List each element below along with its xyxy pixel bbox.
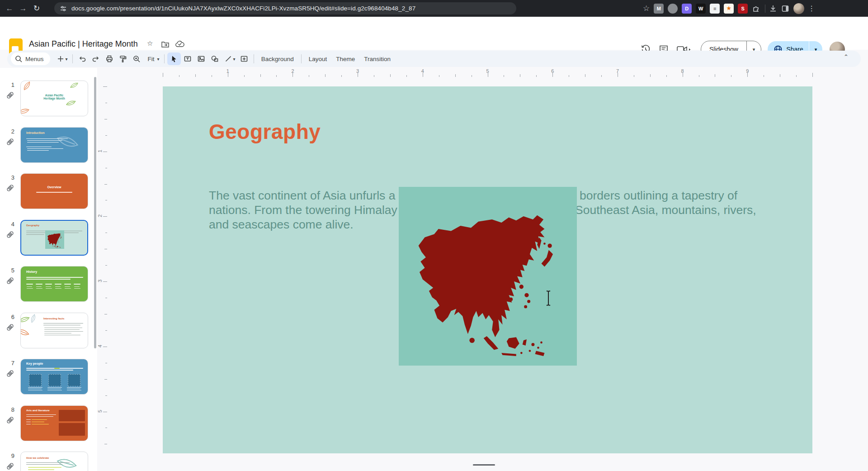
list-extension[interactable]: ≡ <box>710 4 720 14</box>
slide-number: 6 <box>5 314 14 320</box>
ruler-number: 1 <box>226 68 229 74</box>
zoom-dropdown-icon[interactable]: ▾ <box>157 57 160 62</box>
ruler-tick <box>103 152 107 152</box>
browser-reload-icon[interactable]: ↻ <box>30 4 43 13</box>
w-extension[interactable]: W <box>696 4 706 14</box>
ruler-tick <box>104 314 107 314</box>
zoom-button[interactable] <box>130 52 143 65</box>
text-line <box>43 323 83 324</box>
ruler-tick <box>699 75 699 77</box>
horizontal-ruler: 123456789 <box>97 68 868 78</box>
print-button[interactable] <box>103 52 116 65</box>
download-icon[interactable] <box>769 5 777 13</box>
slide-link-indicator <box>6 324 14 333</box>
line-dropdown-icon[interactable]: ▾ <box>233 57 236 62</box>
filmstrip-scrollbar[interactable] <box>94 77 96 348</box>
d-extension[interactable]: D <box>682 4 692 14</box>
slide-filmstrip: 1 Asian Pacific Heritage Month2 Introduc… <box>0 68 97 471</box>
text-line <box>47 390 62 390</box>
side-panel-icon[interactable] <box>781 5 789 13</box>
text-line <box>27 286 32 287</box>
menus-search[interactable]: Menus <box>11 52 50 65</box>
select-tool[interactable] <box>167 52 181 65</box>
ruler-tick <box>406 75 407 77</box>
slide-thumbnail-4[interactable]: Geography <box>20 220 88 256</box>
text-line <box>26 419 31 420</box>
slide-thumbnail-5[interactable]: History <box>20 266 88 302</box>
speaker-notes-handle[interactable] <box>473 464 495 466</box>
slide-title[interactable]: Geography <box>209 119 321 144</box>
paint-format-button[interactable] <box>116 52 130 65</box>
slide-link-indicator <box>6 184 14 194</box>
ruler-number: 5 <box>97 409 103 412</box>
slide-link-indicator <box>6 416 14 426</box>
redo-button[interactable] <box>89 52 103 65</box>
site-settings-icon[interactable] <box>60 5 67 12</box>
ruler-tick <box>105 103 107 103</box>
text-box-tool[interactable] <box>181 52 194 65</box>
slide-thumbnail-8[interactable]: Arts and literature <box>20 405 88 441</box>
slide-body-right-1[interactable]: borders outlining a tapestry of <box>580 188 737 203</box>
asia-map-image[interactable] <box>399 187 577 366</box>
star-document-icon[interactable]: ☆ <box>147 39 153 48</box>
text-line <box>54 368 60 369</box>
new-slide-dropdown-icon[interactable]: ▾ <box>66 57 68 62</box>
slide-number: 4 <box>5 221 14 228</box>
text-line <box>74 288 80 289</box>
circle-extension[interactable] <box>668 4 678 14</box>
document-title[interactable]: Asian Pacific | Heritage Month <box>29 39 138 49</box>
text-line <box>45 284 52 285</box>
thumb-title: Introduction <box>26 131 45 134</box>
text-cursor <box>545 290 552 307</box>
zoom-select[interactable]: Fit <box>143 53 159 65</box>
transition-button[interactable]: Transition <box>359 53 395 65</box>
slide-thumbnail-1[interactable]: Asian Pacific Heritage Month <box>20 81 88 116</box>
browser-back-icon[interactable]: ← <box>3 4 16 13</box>
insert-placeholder-tool[interactable] <box>237 52 251 65</box>
ruler-tick <box>105 135 107 136</box>
ruler-tick <box>104 119 107 119</box>
text-line <box>44 333 71 333</box>
text-line <box>28 467 61 468</box>
shape-tool[interactable] <box>208 52 222 65</box>
background-button[interactable]: Background <box>257 53 298 65</box>
browser-profile-avatar[interactable] <box>793 3 804 14</box>
text-line <box>26 424 31 424</box>
ruler-number: 4 <box>97 345 103 347</box>
extensions-puzzle-icon[interactable] <box>752 5 760 13</box>
move-folder-icon[interactable] <box>161 41 169 48</box>
bookmark-star-icon[interactable]: ☆ <box>643 4 650 13</box>
slide-thumbnail-7[interactable]: Key people <box>20 359 88 395</box>
gmail-extension[interactable]: M <box>654 4 664 14</box>
thumb-title: How we celebrate <box>26 457 49 459</box>
text-line <box>26 234 44 235</box>
slide-thumbnail-3[interactable]: Overview <box>20 173 88 209</box>
text-line <box>26 277 83 278</box>
text-line <box>27 148 63 149</box>
cloud-saved-icon[interactable] <box>175 41 184 48</box>
slide-thumbnail-6[interactable]: Interesting facts <box>20 313 88 348</box>
slide-canvas[interactable]: Geography The vast continent of Asia unf… <box>163 86 812 453</box>
undo-button[interactable] <box>75 52 89 65</box>
browser-menu-icon[interactable]: ⋮ <box>808 4 815 13</box>
ruler-tick <box>585 74 585 77</box>
ruler-number: 3 <box>356 68 359 74</box>
layout-button[interactable]: Layout <box>304 53 332 65</box>
theme-button[interactable]: Theme <box>331 53 359 65</box>
ruler-tick <box>309 75 309 77</box>
slide-link-indicator <box>6 370 14 379</box>
slide-link-indicator <box>6 277 14 286</box>
ruler-tick <box>103 347 107 347</box>
text-line <box>27 142 59 143</box>
address-bar[interactable]: docs.google.com/presentation/d/1nCiUukoN… <box>54 2 516 14</box>
star-extension[interactable]: ★ <box>724 4 734 14</box>
s-extension[interactable]: S <box>738 4 748 14</box>
insert-image-tool[interactable] <box>194 52 208 65</box>
text-line <box>28 389 42 389</box>
hide-menus-chevron-icon[interactable]: ⌃ <box>844 53 849 60</box>
slide-thumbnail-2[interactable]: Introduction <box>20 127 88 163</box>
slide-body-right-2[interactable]: Southeast Asia, mountains, rivers, <box>575 203 756 217</box>
browser-forward-icon[interactable]: → <box>16 4 30 13</box>
slide-thumbnail-9[interactable]: How we celebrate <box>20 452 88 471</box>
ruler-tick <box>195 74 196 77</box>
